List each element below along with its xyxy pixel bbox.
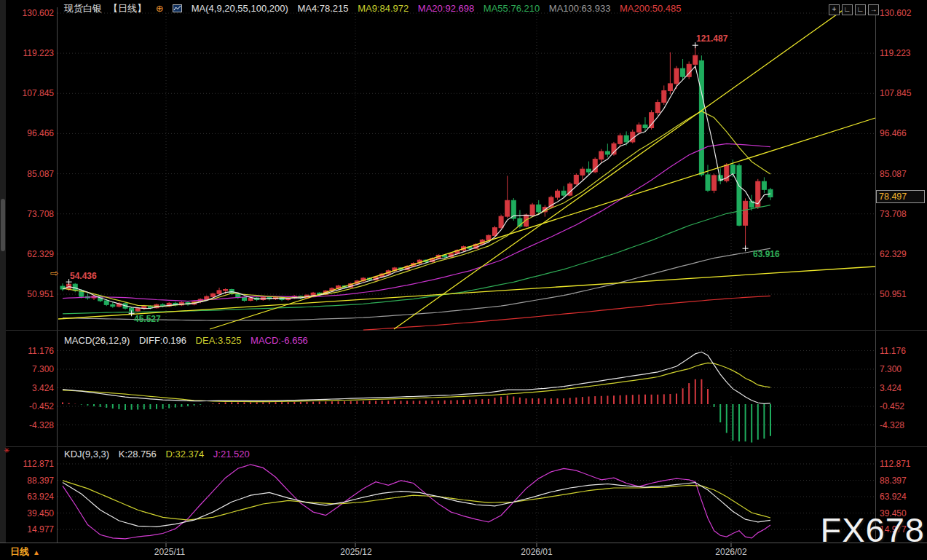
extreme-price-label-high: 121.487 (696, 33, 727, 44)
candlestick-series (60, 45, 773, 313)
macd-panel (63, 352, 770, 442)
kdj-title: KDJ(9,3,3) (64, 449, 109, 460)
macd-hist-value: MACD:-6.656 (251, 335, 308, 346)
y-axis-scale-icon[interactable]: ∟ (842, 4, 853, 15)
axis-value-label: 50.951 (880, 289, 907, 299)
macd-title: MACD(26,12,9) (64, 335, 130, 346)
last-price-tag: 78.497 (876, 190, 925, 203)
axis-value-label: 107.845 (23, 88, 55, 98)
extreme-price-label-low: 45.527 (134, 314, 161, 324)
macd-diff-value: DIFF:0.196 (139, 335, 186, 346)
kdj-legend: KDJ(9,3,3) K:28.756 D:32.374 J:21.520 (64, 449, 256, 460)
axis-value-label: 112.871 (880, 459, 911, 469)
axis-value-label: -0.452 (880, 401, 904, 411)
main-chart-legend: 现货白银【日线】 ⊕ MA(4,9,20,55,100,200) MA4:78.… (64, 2, 688, 15)
ma4-value: MA4:78.215 (297, 3, 348, 14)
axis-value-label: 73.708 (27, 209, 54, 219)
axis-value-label: 96.466 (27, 128, 54, 138)
chart-type-icon[interactable] (173, 4, 182, 15)
add-indicator-icon[interactable]: ⊕ (156, 3, 164, 14)
scroll-history-icon[interactable]: ⇨ (50, 267, 59, 279)
x-axis-label: 2026/02 (715, 547, 747, 557)
period-selector-label: 日线 (10, 546, 29, 557)
kdj-k-value: K:28.756 (119, 449, 157, 460)
alert-icon: ✳ (4, 446, 9, 454)
axis-value-label: 7.300 (880, 364, 902, 374)
axis-value-label: 88.397 (27, 476, 54, 486)
chart-toolbar: +∟∟→ (827, 1, 879, 15)
axis-value-label: -4.328 (880, 420, 904, 430)
kdj-d-value: D:32.374 (165, 449, 204, 460)
kdj-panel (63, 465, 770, 539)
triangle-up-icon: ▲ (33, 548, 40, 556)
extreme-price-label-low: 63.916 (753, 249, 780, 259)
axis-value-label: 107.845 (880, 88, 912, 98)
axis-value-label: 50.951 (27, 289, 54, 299)
period-selector[interactable]: 日线▲ (10, 545, 40, 559)
axis-value-label: 11.176 (28, 346, 54, 356)
restore-view-icon[interactable]: → (868, 4, 879, 15)
axis-value-label: 62.329 (27, 249, 54, 259)
axis-value-label: 96.466 (880, 128, 907, 138)
axis-labels: 130.602130.602119.223119.223107.845107.8… (23, 8, 912, 557)
x-axis-label: 2026/01 (521, 547, 553, 557)
axis-value-label: 11.176 (880, 346, 906, 356)
x-axis-label: 2025/11 (154, 547, 186, 557)
ma-params-label: MA(4,9,20,55,100,200) (192, 3, 288, 14)
axis-value-label: 119.223 (880, 48, 911, 58)
axis-value-label: 119.223 (23, 48, 55, 58)
ma9-value: MA9:84.972 (358, 3, 409, 14)
ma200-value: MA200:50.485 (620, 3, 682, 14)
ma-overlays (63, 66, 770, 330)
axis-value-label: 88.397 (880, 476, 907, 486)
axis-value-label: 3.424 (32, 383, 54, 393)
axis-value-label: 63.924 (27, 492, 54, 502)
axis-value-label: 73.708 (880, 209, 907, 219)
period-label: 【日线】 (109, 3, 146, 14)
ma100-value: MA100:63.933 (549, 3, 611, 14)
x-axis-scale-icon[interactable]: ∟ (855, 4, 866, 15)
ma55-value: MA55:76.210 (484, 3, 540, 14)
axis-value-label: 112.871 (23, 459, 55, 469)
ma20-value: MA20:92.698 (418, 3, 474, 14)
symbol-title: 现货白银 (64, 3, 102, 14)
extreme-price-label-high: 54.436 (70, 271, 97, 281)
panel-frame (0, 7, 927, 547)
pan-tool-icon[interactable]: + (829, 4, 840, 15)
axis-value-label: 130.602 (880, 8, 912, 18)
axis-value-label: 7.300 (32, 364, 54, 374)
watermark: FX678 (821, 510, 925, 550)
axis-value-label: 3.424 (880, 383, 902, 393)
axis-value-label: -0.452 (29, 401, 54, 411)
axis-value-label: 63.924 (880, 492, 907, 502)
axis-value-label: 14.977 (27, 524, 54, 535)
chart-canvas[interactable]: 130.602130.602119.223119.223107.845107.8… (0, 0, 927, 560)
axis-value-label: 62.329 (880, 249, 907, 259)
axis-value-label: 39.450 (27, 508, 54, 518)
trendlines (58, 7, 875, 329)
trading-app-window: ✳ ⇨ 130.602130.602119.223119.223107.8451… (0, 0, 927, 560)
axis-value-label: 85.087 (880, 169, 907, 179)
macd-legend: MACD(26,12,9) DIFF:0.196 DEA:3.525 MACD:… (64, 335, 315, 346)
axis-value-label: -4.328 (29, 420, 54, 430)
kdj-j-value: J:21.520 (213, 449, 250, 460)
x-axis-label: 2025/12 (340, 547, 372, 557)
macd-dea-value: DEA:3.525 (196, 335, 242, 346)
axis-value-label: 130.602 (23, 8, 55, 18)
axis-value-label: 85.087 (27, 169, 54, 179)
last-price-value: 78.497 (879, 192, 907, 202)
